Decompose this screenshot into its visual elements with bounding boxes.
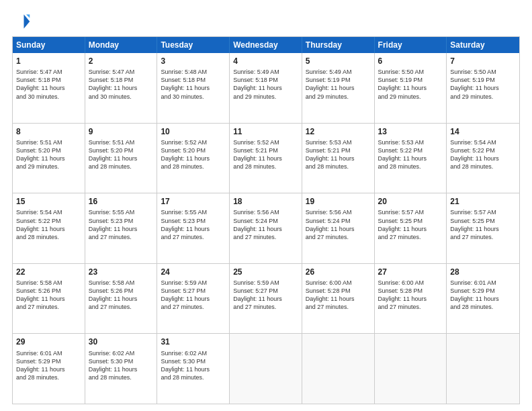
day-info: Sunrise: 5:54 AM Sunset: 5:22 PM Dayligh… xyxy=(16,208,81,241)
day-number: 16 xyxy=(89,196,154,207)
day-number: 28 xyxy=(450,267,516,277)
svg-marker-1 xyxy=(26,15,30,18)
cal-day-23: 23Sunrise: 5:58 AM Sunset: 5:26 PM Dayli… xyxy=(85,264,158,334)
day-info: Sunrise: 5:51 AM Sunset: 5:20 PM Dayligh… xyxy=(89,138,154,171)
day-number: 9 xyxy=(89,126,154,137)
day-number: 17 xyxy=(161,196,226,207)
cal-header-wednesday: Wednesday xyxy=(230,37,302,53)
cal-day-11: 11Sunrise: 5:52 AM Sunset: 5:21 PM Dayli… xyxy=(230,124,302,193)
day-info: Sunrise: 5:49 AM Sunset: 5:19 PM Dayligh… xyxy=(306,68,371,101)
cal-day-2: 2Sunrise: 5:47 AM Sunset: 5:18 PM Daylig… xyxy=(85,53,158,123)
day-number: 20 xyxy=(378,196,443,207)
calendar: SundayMondayTuesdayWednesdayThursdayFrid… xyxy=(12,36,520,404)
cal-day-16: 16Sunrise: 5:55 AM Sunset: 5:23 PM Dayli… xyxy=(85,193,158,263)
cal-header-sunday: Sunday xyxy=(13,37,85,53)
cal-day-15: 15Sunrise: 5:54 AM Sunset: 5:22 PM Dayli… xyxy=(13,193,85,263)
day-info: Sunrise: 6:02 AM Sunset: 5:30 PM Dayligh… xyxy=(89,349,154,382)
cal-day-13: 13Sunrise: 5:53 AM Sunset: 5:22 PM Dayli… xyxy=(375,124,447,193)
day-info: Sunrise: 5:50 AM Sunset: 5:19 PM Dayligh… xyxy=(450,68,516,101)
day-info: Sunrise: 5:53 AM Sunset: 5:22 PM Dayligh… xyxy=(378,138,443,171)
cal-day-21: 21Sunrise: 5:57 AM Sunset: 5:25 PM Dayli… xyxy=(447,193,519,263)
day-info: Sunrise: 6:02 AM Sunset: 5:30 PM Dayligh… xyxy=(161,349,226,382)
logo xyxy=(12,12,34,31)
cal-day-7: 7Sunrise: 5:50 AM Sunset: 5:19 PM Daylig… xyxy=(447,53,519,123)
day-info: Sunrise: 5:57 AM Sunset: 5:25 PM Dayligh… xyxy=(378,208,443,241)
cal-day-6: 6Sunrise: 5:50 AM Sunset: 5:19 PM Daylig… xyxy=(375,53,447,123)
day-number: 5 xyxy=(306,56,371,66)
day-info: Sunrise: 5:52 AM Sunset: 5:20 PM Dayligh… xyxy=(161,138,226,171)
cal-day-5: 5Sunrise: 5:49 AM Sunset: 5:19 PM Daylig… xyxy=(302,53,375,123)
day-info: Sunrise: 5:55 AM Sunset: 5:23 PM Dayligh… xyxy=(89,208,154,241)
day-info: Sunrise: 5:52 AM Sunset: 5:21 PM Dayligh… xyxy=(233,138,298,171)
cal-day-29: 29Sunrise: 6:01 AM Sunset: 5:29 PM Dayli… xyxy=(13,334,85,404)
cal-day-30: 30Sunrise: 6:02 AM Sunset: 5:30 PM Dayli… xyxy=(85,334,158,404)
cal-day-empty-4-5 xyxy=(375,334,447,404)
day-info: Sunrise: 5:59 AM Sunset: 5:27 PM Dayligh… xyxy=(233,279,298,312)
cal-day-14: 14Sunrise: 5:54 AM Sunset: 5:22 PM Dayli… xyxy=(447,124,519,193)
day-number: 14 xyxy=(450,126,516,137)
day-number: 21 xyxy=(450,196,516,207)
cal-day-26: 26Sunrise: 6:00 AM Sunset: 5:28 PM Dayli… xyxy=(302,264,375,334)
cal-day-9: 9Sunrise: 5:51 AM Sunset: 5:20 PM Daylig… xyxy=(85,124,158,193)
cal-week-5: 29Sunrise: 6:01 AM Sunset: 5:29 PM Dayli… xyxy=(13,334,519,404)
day-info: Sunrise: 5:54 AM Sunset: 5:22 PM Dayligh… xyxy=(450,138,516,171)
cal-header-thursday: Thursday xyxy=(302,37,375,53)
day-number: 10 xyxy=(161,126,226,137)
day-info: Sunrise: 6:01 AM Sunset: 5:29 PM Dayligh… xyxy=(450,279,516,312)
day-number: 4 xyxy=(233,56,298,66)
day-number: 13 xyxy=(378,126,443,137)
day-number: 3 xyxy=(161,56,226,66)
cal-day-empty-4-4 xyxy=(302,334,375,404)
day-number: 11 xyxy=(233,126,298,137)
day-info: Sunrise: 5:49 AM Sunset: 5:18 PM Dayligh… xyxy=(233,68,298,101)
logo-icon xyxy=(12,12,31,31)
day-info: Sunrise: 5:58 AM Sunset: 5:26 PM Dayligh… xyxy=(89,279,154,312)
cal-day-8: 8Sunrise: 5:51 AM Sunset: 5:20 PM Daylig… xyxy=(13,124,85,193)
cal-day-3: 3Sunrise: 5:48 AM Sunset: 5:18 PM Daylig… xyxy=(157,53,230,123)
day-number: 2 xyxy=(89,56,154,66)
day-info: Sunrise: 5:53 AM Sunset: 5:21 PM Dayligh… xyxy=(306,138,371,171)
day-number: 18 xyxy=(233,196,298,207)
day-info: Sunrise: 6:01 AM Sunset: 5:29 PM Dayligh… xyxy=(16,349,81,382)
cal-day-27: 27Sunrise: 6:00 AM Sunset: 5:28 PM Dayli… xyxy=(375,264,447,334)
day-number: 30 xyxy=(89,336,154,347)
day-number: 8 xyxy=(16,126,81,137)
day-info: Sunrise: 5:51 AM Sunset: 5:20 PM Dayligh… xyxy=(16,138,81,171)
day-number: 25 xyxy=(233,267,298,277)
day-info: Sunrise: 5:50 AM Sunset: 5:19 PM Dayligh… xyxy=(378,68,443,101)
cal-day-4: 4Sunrise: 5:49 AM Sunset: 5:18 PM Daylig… xyxy=(230,53,302,123)
day-info: Sunrise: 5:58 AM Sunset: 5:26 PM Dayligh… xyxy=(16,279,81,312)
header xyxy=(12,12,520,31)
day-info: Sunrise: 5:56 AM Sunset: 5:24 PM Dayligh… xyxy=(306,208,371,241)
cal-day-18: 18Sunrise: 5:56 AM Sunset: 5:24 PM Dayli… xyxy=(230,193,302,263)
cal-day-28: 28Sunrise: 6:01 AM Sunset: 5:29 PM Dayli… xyxy=(447,264,519,334)
day-info: Sunrise: 5:47 AM Sunset: 5:18 PM Dayligh… xyxy=(16,68,81,101)
page: SundayMondayTuesdayWednesdayThursdayFrid… xyxy=(0,0,532,411)
day-info: Sunrise: 5:56 AM Sunset: 5:24 PM Dayligh… xyxy=(233,208,298,241)
cal-day-22: 22Sunrise: 5:58 AM Sunset: 5:26 PM Dayli… xyxy=(13,264,85,334)
day-number: 6 xyxy=(378,56,443,66)
cal-week-4: 22Sunrise: 5:58 AM Sunset: 5:26 PM Dayli… xyxy=(13,264,519,334)
cal-day-empty-4-6 xyxy=(447,334,519,404)
cal-header-friday: Friday xyxy=(375,37,447,53)
day-info: Sunrise: 5:48 AM Sunset: 5:18 PM Dayligh… xyxy=(161,68,226,101)
cal-day-empty-4-3 xyxy=(230,334,302,404)
day-info: Sunrise: 6:00 AM Sunset: 5:28 PM Dayligh… xyxy=(306,279,371,312)
day-number: 7 xyxy=(450,56,516,66)
day-number: 24 xyxy=(161,267,226,277)
calendar-body: 1Sunrise: 5:47 AM Sunset: 5:18 PM Daylig… xyxy=(13,53,519,404)
cal-week-1: 1Sunrise: 5:47 AM Sunset: 5:18 PM Daylig… xyxy=(13,53,519,124)
cal-day-25: 25Sunrise: 5:59 AM Sunset: 5:27 PM Dayli… xyxy=(230,264,302,334)
day-info: Sunrise: 5:55 AM Sunset: 5:23 PM Dayligh… xyxy=(161,208,226,241)
day-info: Sunrise: 5:57 AM Sunset: 5:25 PM Dayligh… xyxy=(450,208,516,241)
day-number: 29 xyxy=(16,336,81,347)
calendar-header-row: SundayMondayTuesdayWednesdayThursdayFrid… xyxy=(13,37,519,53)
day-number: 23 xyxy=(89,267,154,277)
day-number: 31 xyxy=(161,336,226,347)
cal-day-24: 24Sunrise: 5:59 AM Sunset: 5:27 PM Dayli… xyxy=(157,264,230,334)
cal-week-2: 8Sunrise: 5:51 AM Sunset: 5:20 PM Daylig… xyxy=(13,124,519,194)
day-number: 1 xyxy=(16,56,81,66)
day-info: Sunrise: 5:47 AM Sunset: 5:18 PM Dayligh… xyxy=(89,68,154,101)
cal-header-tuesday: Tuesday xyxy=(157,37,230,53)
day-number: 27 xyxy=(378,267,443,277)
